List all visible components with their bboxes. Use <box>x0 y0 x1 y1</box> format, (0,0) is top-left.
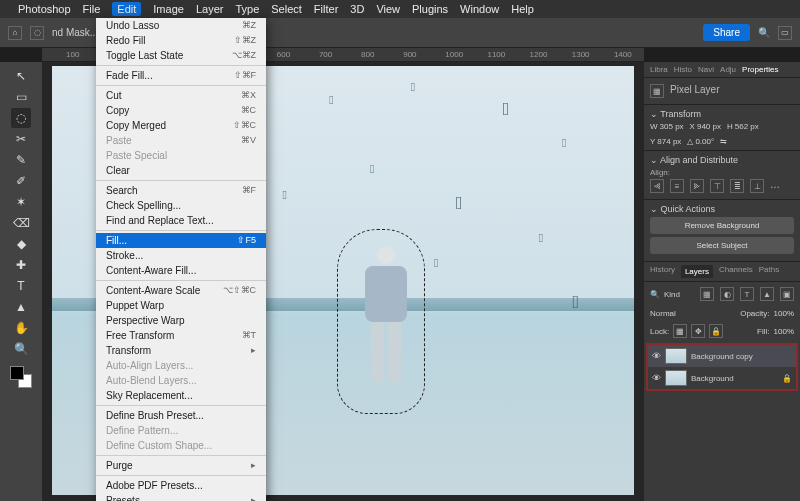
filter-smart-icon[interactable]: ▣ <box>780 287 794 301</box>
tab-navigator[interactable]: Navi <box>698 65 714 74</box>
menuitem-sky-replacement[interactable]: Sky Replacement... <box>96 388 266 403</box>
tool-preset-icon[interactable]: ◌ <box>30 26 44 40</box>
align-right-icon[interactable]: ⫸ <box>690 179 704 193</box>
menuitem-presets[interactable]: Presets▸ <box>96 493 266 501</box>
menuitem-content-aware-fill[interactable]: Content-Aware Fill... <box>96 263 266 278</box>
menu-view[interactable]: View <box>376 3 400 15</box>
menu-select[interactable]: Select <box>271 3 302 15</box>
healing-tool[interactable]: ✶ <box>11 192 31 212</box>
menuitem-toggle-last-state[interactable]: Toggle Last State⌥⌘Z <box>96 48 266 63</box>
tab-histogram[interactable]: Histo <box>674 65 692 74</box>
menuitem-check-spelling[interactable]: Check Spelling... <box>96 198 266 213</box>
menuitem-perspective-warp[interactable]: Perspective Warp <box>96 313 266 328</box>
visibility-icon[interactable]: 👁 <box>652 351 661 361</box>
tab-layers[interactable]: Layers <box>681 265 713 278</box>
height-field[interactable]: 562 px <box>735 122 759 131</box>
menu-photoshop[interactable]: Photoshop <box>18 3 71 15</box>
lock-icon[interactable]: 🔒 <box>709 324 723 338</box>
dodge-tool[interactable]: ✚ <box>11 255 31 275</box>
menuitem-transform[interactable]: Transform▸ <box>96 343 266 358</box>
layer-row[interactable]: 👁 Background copy <box>648 345 796 367</box>
filter-shape-icon[interactable]: ▲ <box>760 287 774 301</box>
flip-h-icon[interactable]: ⇋ <box>720 137 727 146</box>
share-button[interactable]: Share <box>703 24 750 41</box>
menuitem-stroke[interactable]: Stroke... <box>96 248 266 263</box>
menu-filter[interactable]: Filter <box>314 3 338 15</box>
menu-window[interactable]: Window <box>460 3 499 15</box>
menuitem-find-and-replace-text[interactable]: Find and Replace Text... <box>96 213 266 228</box>
menuitem-copy[interactable]: Copy⌘C <box>96 103 266 118</box>
marquee-tool[interactable]: ▭ <box>11 87 31 107</box>
align-bottom-icon[interactable]: ⊥ <box>750 179 764 193</box>
menuitem-purge[interactable]: Purge▸ <box>96 458 266 473</box>
fill-field[interactable]: 100% <box>774 327 794 336</box>
menuitem-undo-lasso[interactable]: Undo Lasso⌘Z <box>96 18 266 33</box>
menu-3d[interactable]: 3D <box>350 3 364 15</box>
kind-select[interactable]: Kind <box>664 290 680 299</box>
menuitem-fill[interactable]: Fill...⇧F5 <box>96 233 266 248</box>
menuitem-adobe-pdf-presets[interactable]: Adobe PDF Presets... <box>96 478 266 493</box>
align-left-icon[interactable]: ⫷ <box>650 179 664 193</box>
zoom-tool[interactable]: 🔍 <box>11 339 31 359</box>
tab-history[interactable]: History <box>650 265 675 278</box>
width-field[interactable]: 305 px <box>660 122 684 131</box>
menuitem-search[interactable]: Search⌘F <box>96 183 266 198</box>
gradient-tool[interactable]: ◆ <box>11 234 31 254</box>
blend-mode-select[interactable]: Normal <box>650 309 676 318</box>
remove-background-button[interactable]: Remove Background <box>650 217 794 234</box>
menuitem-redo-fill[interactable]: Redo Fill⇧⌘Z <box>96 33 266 48</box>
x-field[interactable]: 940 px <box>697 122 721 131</box>
home-icon[interactable]: ⌂ <box>8 26 22 40</box>
menuitem-puppet-warp[interactable]: Puppet Warp <box>96 298 266 313</box>
lasso-tool[interactable]: ◌ <box>11 108 31 128</box>
layer-row[interactable]: 👁 Background 🔒 <box>648 367 796 389</box>
select-mask-button[interactable]: nd Mask... <box>52 27 98 38</box>
type-tool[interactable]: T <box>11 276 31 296</box>
menuitem-cut[interactable]: Cut⌘X <box>96 88 266 103</box>
lock-position-icon[interactable]: ✥ <box>691 324 705 338</box>
menu-image[interactable]: Image <box>153 3 184 15</box>
menu-plugins[interactable]: Plugins <box>412 3 448 15</box>
caret-icon[interactable]: ⌄ <box>650 109 658 119</box>
lock-all-icon[interactable]: ▦ <box>673 324 687 338</box>
menuitem-clear[interactable]: Clear <box>96 163 266 178</box>
angle-field[interactable]: 0.00° <box>695 137 714 146</box>
eyedropper-tool[interactable]: ✎ <box>11 150 31 170</box>
tab-channels[interactable]: Channels <box>719 265 753 278</box>
menu-help[interactable]: Help <box>511 3 534 15</box>
workspace-icon[interactable]: ▭ <box>778 26 792 40</box>
visibility-icon[interactable]: 👁 <box>652 373 661 383</box>
opacity-field[interactable]: 100% <box>774 309 794 318</box>
menu-edit[interactable]: Edit <box>112 2 141 16</box>
crop-tool[interactable]: ✂ <box>11 129 31 149</box>
menuitem-define-brush-preset[interactable]: Define Brush Preset... <box>96 408 266 423</box>
layer-thumbnail[interactable] <box>665 348 687 364</box>
move-tool[interactable]: ↖ <box>11 66 31 86</box>
shape-tool[interactable]: ▲ <box>11 297 31 317</box>
tab-adjustments[interactable]: Adju <box>720 65 736 74</box>
align-top-icon[interactable]: ⊤ <box>710 179 724 193</box>
eraser-tool[interactable]: ⌫ <box>11 213 31 233</box>
hand-tool[interactable]: ✋ <box>11 318 31 338</box>
tab-libraries[interactable]: Libra <box>650 65 668 74</box>
menu-type[interactable]: Type <box>235 3 259 15</box>
select-subject-button[interactable]: Select Subject <box>650 237 794 254</box>
filter-adj-icon[interactable]: ◐ <box>720 287 734 301</box>
layer-thumbnail[interactable] <box>665 370 687 386</box>
filter-pixel-icon[interactable]: ▦ <box>700 287 714 301</box>
color-swatch[interactable] <box>10 366 32 388</box>
brush-tool[interactable]: ✐ <box>11 171 31 191</box>
layer-name[interactable]: Background <box>691 374 778 383</box>
y-field[interactable]: 874 px <box>657 137 681 146</box>
menuitem-free-transform[interactable]: Free Transform⌘T <box>96 328 266 343</box>
search-icon[interactable]: 🔍 <box>650 290 660 299</box>
caret-icon[interactable]: ⌄ <box>650 155 658 165</box>
menuitem-fade-fill[interactable]: Fade Fill...⇧⌘F <box>96 68 266 83</box>
align-middle-icon[interactable]: ≣ <box>730 179 744 193</box>
menuitem-copy-merged[interactable]: Copy Merged⇧⌘C <box>96 118 266 133</box>
menu-file[interactable]: File <box>83 3 101 15</box>
tab-properties[interactable]: Properties <box>742 65 778 74</box>
align-more-icon[interactable]: … <box>770 179 780 193</box>
filter-type-icon[interactable]: T <box>740 287 754 301</box>
align-center-icon[interactable]: ≡ <box>670 179 684 193</box>
